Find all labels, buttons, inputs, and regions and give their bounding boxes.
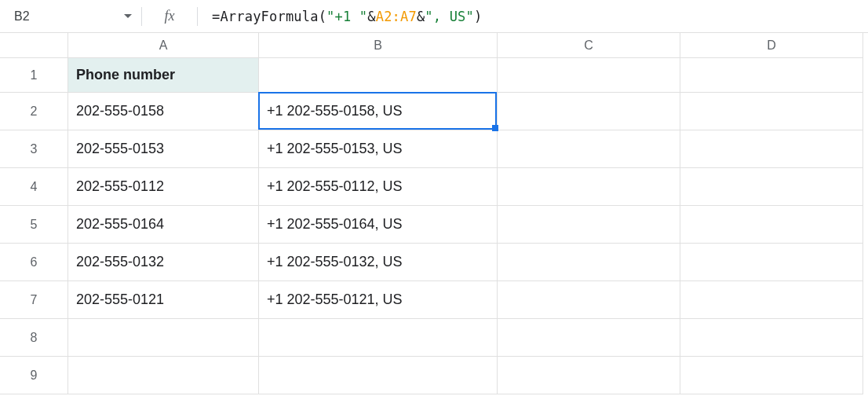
cell-A7[interactable]: 202-555-0121 <box>68 281 259 319</box>
formula-token: ArrayFormula <box>220 9 318 24</box>
cell-C3[interactable] <box>498 130 680 168</box>
cell-A3[interactable]: 202-555-0153 <box>68 130 259 168</box>
cell-D9[interactable] <box>680 357 863 394</box>
cell-B2[interactable]: +1 202-555-0158, US <box>259 93 498 130</box>
cell-C1[interactable] <box>498 58 680 93</box>
column-header-B[interactable]: B <box>259 33 498 58</box>
cell-A5[interactable]: 202-555-0164 <box>68 206 259 244</box>
row-header-9[interactable]: 9 <box>0 357 68 394</box>
cell-C9[interactable] <box>498 357 680 394</box>
cell-B3[interactable]: +1 202-555-0153, US <box>259 130 498 168</box>
cell-B6[interactable]: +1 202-555-0132, US <box>259 244 498 281</box>
cell-D6[interactable] <box>680 244 863 281</box>
name-box-value: B2 <box>14 9 119 24</box>
row-header-4[interactable]: 4 <box>0 168 68 206</box>
cell-A9[interactable] <box>68 357 259 394</box>
row-header-1[interactable]: 1 <box>0 58 68 93</box>
cell-D8[interactable] <box>680 319 863 357</box>
row-header-2[interactable]: 2 <box>0 93 68 130</box>
cell-B4[interactable]: +1 202-555-0112, US <box>259 168 498 206</box>
formula-token: & <box>367 9 375 24</box>
cell-D4[interactable] <box>680 168 863 206</box>
cell-C5[interactable] <box>498 206 680 244</box>
cell-D3[interactable] <box>680 130 863 168</box>
select-all-corner[interactable] <box>0 33 68 58</box>
row-header-3[interactable]: 3 <box>0 130 68 168</box>
formula-token: ( <box>319 9 326 24</box>
row-header-5[interactable]: 5 <box>0 206 68 244</box>
row-header-6[interactable]: 6 <box>0 244 68 281</box>
cell-A4[interactable]: 202-555-0112 <box>68 168 259 206</box>
cell-D2[interactable] <box>680 93 863 130</box>
cell-B1[interactable] <box>259 58 498 93</box>
spreadsheet-grid: ABCD1Phone number2202-555-0158+1 202-555… <box>0 33 868 394</box>
cell-A2[interactable]: 202-555-0158 <box>68 93 259 130</box>
cell-B5[interactable]: +1 202-555-0164, US <box>259 206 498 244</box>
formula-token: ) <box>474 9 482 24</box>
cell-B7[interactable]: +1 202-555-0121, US <box>259 281 498 319</box>
column-header-A[interactable]: A <box>68 33 259 58</box>
cell-B9[interactable] <box>259 357 498 394</box>
row-header-8[interactable]: 8 <box>0 319 68 357</box>
formula-token: A2:A7 <box>376 9 417 24</box>
formula-token: & <box>417 9 425 24</box>
cell-C2[interactable] <box>498 93 680 130</box>
cell-A8[interactable] <box>68 319 259 357</box>
cell-B8[interactable] <box>259 319 498 357</box>
formula-token: ", US" <box>425 9 474 24</box>
cell-A6[interactable]: 202-555-0132 <box>68 244 259 281</box>
cell-C4[interactable] <box>498 168 680 206</box>
cell-D5[interactable] <box>680 206 863 244</box>
cell-A1[interactable]: Phone number <box>68 58 259 93</box>
chevron-down-icon <box>124 14 132 18</box>
cell-C7[interactable] <box>498 281 680 319</box>
row-header-7[interactable]: 7 <box>0 281 68 319</box>
cell-C6[interactable] <box>498 244 680 281</box>
formula-input[interactable]: =ArrayFormula("+1 "&A2:A7&", US") <box>198 0 868 32</box>
column-header-D[interactable]: D <box>680 33 863 58</box>
cell-C8[interactable] <box>498 319 680 357</box>
formula-token: = <box>212 9 220 24</box>
formula-bar: B2 fx =ArrayFormula("+1 "&A2:A7&", US") <box>0 0 868 33</box>
column-header-C[interactable]: C <box>498 33 680 58</box>
cell-D7[interactable] <box>680 281 863 319</box>
cell-D1[interactable] <box>680 58 863 93</box>
name-box[interactable]: B2 <box>0 0 141 32</box>
fx-icon: fx <box>142 0 197 32</box>
formula-token: "+1 " <box>326 9 367 24</box>
